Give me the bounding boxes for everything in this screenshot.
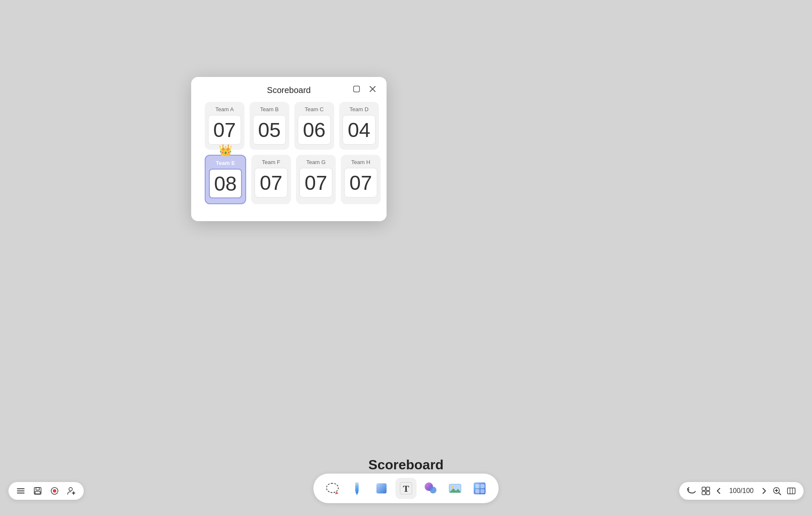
score-value: 07 (344, 168, 377, 197)
lasso-tool-button[interactable] (322, 478, 343, 499)
modal-title: Scoreboard (267, 85, 310, 95)
svg-rect-18 (376, 483, 387, 493)
score-value: 06 (298, 115, 331, 145)
sticker-tool-button[interactable] (420, 478, 441, 499)
crown-icon: 👑 (219, 144, 232, 157)
more-icon (472, 481, 487, 496)
page-label: Scoreboard (368, 457, 444, 473)
close-icon (369, 85, 376, 93)
add-user-icon (67, 486, 76, 496)
modal-header: Scoreboard (191, 77, 387, 102)
team-label: Team D (350, 106, 369, 112)
team-card[interactable]: Team D04 (339, 102, 379, 150)
next-icon (760, 488, 767, 494)
score-value: 07 (299, 168, 332, 197)
undo-icon (687, 486, 696, 496)
minimize-icon (353, 85, 360, 93)
frames-icon (701, 486, 710, 496)
team-label: Team E (216, 160, 235, 166)
svg-point-24 (451, 486, 454, 488)
svg-rect-26 (475, 484, 480, 488)
teams-row-2: 👑Team E08Team F07Team G07Team H07 (191, 155, 387, 204)
svg-marker-16 (355, 492, 359, 495)
prev-icon (716, 488, 722, 494)
scoreboard-modal: Scoreboard Team A07Team B05Team C06Team … (191, 77, 387, 221)
map-icon (787, 486, 796, 496)
svg-rect-30 (702, 487, 705, 490)
score-value: 05 (253, 115, 286, 145)
svg-rect-29 (480, 489, 485, 493)
left-toolbar (8, 482, 84, 500)
frames-button[interactable] (701, 486, 710, 496)
team-label: Team A (215, 106, 233, 112)
record-icon (50, 486, 59, 496)
team-label: Team C (305, 106, 324, 112)
pen-icon (349, 481, 365, 496)
team-label: Team G (306, 159, 326, 165)
center-toolbar: T (313, 474, 499, 503)
svg-rect-27 (480, 484, 485, 488)
minimize-button[interactable] (351, 84, 362, 95)
menu-icon (16, 486, 25, 496)
team-label: Team H (351, 159, 370, 165)
team-card[interactable]: Team C06 (294, 102, 334, 150)
prev-button[interactable] (716, 488, 722, 494)
score-value: 04 (343, 115, 376, 145)
svg-point-11 (69, 488, 72, 491)
map-button[interactable] (787, 486, 796, 496)
svg-marker-14 (335, 492, 338, 494)
add-user-button[interactable] (67, 486, 76, 496)
team-card[interactable]: Team A07 (205, 102, 244, 150)
image-tool-button[interactable] (444, 478, 466, 499)
teams-row-1: Team A07Team B05Team C06Team D04 (191, 102, 387, 150)
svg-point-10 (53, 489, 56, 493)
next-button[interactable] (760, 488, 767, 494)
shapes-icon (374, 481, 389, 496)
page-count: 100/100 (727, 487, 755, 495)
undo-button[interactable] (687, 486, 696, 496)
modal-controls (351, 84, 378, 95)
svg-text:T: T (403, 483, 409, 494)
team-label: Team F (262, 159, 280, 165)
sticker-icon (423, 481, 438, 496)
score-value: 08 (209, 169, 242, 198)
score-value: 07 (255, 168, 288, 197)
svg-rect-8 (35, 491, 40, 494)
svg-rect-33 (706, 491, 710, 495)
score-value: 07 (208, 115, 241, 145)
pen-tool-button[interactable] (346, 478, 368, 499)
team-card[interactable]: Team H07 (341, 155, 381, 204)
svg-rect-0 (354, 86, 359, 92)
svg-rect-32 (702, 491, 705, 495)
svg-rect-7 (36, 488, 39, 490)
svg-rect-17 (355, 482, 359, 485)
shapes-tool-button[interactable] (371, 478, 392, 499)
more-tool-button[interactable] (469, 478, 490, 499)
right-toolbar: 100/100 (679, 482, 804, 500)
svg-rect-28 (475, 489, 480, 493)
text-tool-button[interactable]: T (395, 478, 417, 499)
close-button[interactable] (367, 84, 378, 95)
team-card[interactable]: Team B05 (250, 102, 289, 150)
menu-button[interactable] (16, 486, 25, 496)
zoom-in-button[interactable] (772, 486, 782, 496)
lasso-icon (325, 481, 340, 496)
svg-rect-31 (706, 487, 710, 490)
svg-line-37 (779, 493, 781, 495)
team-card[interactable]: Team F07 (251, 155, 291, 204)
svg-point-22 (430, 487, 436, 493)
text-icon: T (398, 481, 414, 496)
save-icon (33, 486, 42, 496)
svg-rect-38 (787, 488, 795, 494)
save-button[interactable] (33, 486, 42, 496)
zoom-in-icon (772, 486, 782, 496)
team-card[interactable]: 👑Team E08 (205, 155, 246, 204)
team-label: Team B (260, 106, 279, 112)
record-button[interactable] (50, 486, 59, 496)
team-card[interactable]: Team G07 (296, 155, 336, 204)
image-icon (447, 481, 463, 496)
